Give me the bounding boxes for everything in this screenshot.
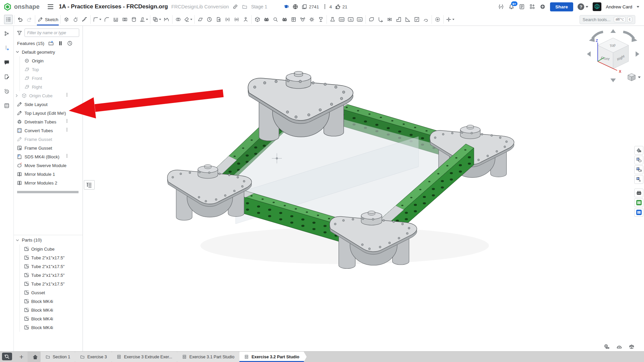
drawings-tool[interactable]: Ds [355, 15, 364, 24]
feature-item[interactable]: Origin [14, 56, 83, 65]
feature-item[interactable]: Top Layout (Edit Me!) [14, 109, 83, 117]
configuration-table-icon[interactable] [634, 156, 643, 164]
graphics-viewport[interactable]: Top Front Right Z X [83, 26, 644, 352]
comments-icon[interactable] [3, 58, 11, 66]
chamfer-tool[interactable] [102, 15, 111, 24]
copies-stat[interactable]: 2741 [301, 4, 319, 10]
rollback-dots-icon[interactable] [65, 154, 69, 158]
mass-properties-icon[interactable] [628, 343, 635, 350]
history-icon[interactable] [3, 87, 11, 95]
feature-item[interactable]: Origin Cube [14, 91, 83, 100]
feature-item[interactable]: Frame Gusset [14, 135, 83, 144]
insert-node-icon[interactable] [3, 44, 11, 52]
feature-item[interactable]: Default geometry [14, 48, 83, 56]
finish-tool[interactable] [412, 15, 421, 24]
custom-feature-robot-1[interactable] [262, 15, 271, 24]
avatar[interactable] [593, 2, 601, 11]
frame-tool[interactable] [298, 15, 307, 24]
rib-tool[interactable] [130, 15, 138, 24]
curve-tool[interactable] [422, 15, 430, 24]
view-options-dropdown[interactable] [628, 73, 641, 81]
tree-horizontal-scrollbar[interactable] [17, 191, 79, 193]
main-menu-icon[interactable] [48, 4, 53, 9]
custom-robot-panel-icon[interactable] [634, 189, 643, 197]
document-tab[interactable]: Section 1 [41, 352, 78, 362]
hole-tool[interactable] [120, 15, 129, 24]
part-item[interactable]: Tube 2"x1"x17.5" [14, 271, 83, 279]
part-item[interactable]: Origin Cube [14, 245, 83, 253]
boolean-tool[interactable] [152, 15, 162, 24]
modify-fillet-tool[interactable] [183, 15, 193, 24]
draft-tool[interactable] [139, 15, 149, 24]
document-tab[interactable]: Exercise 3 Extrude Exer... [112, 352, 180, 362]
task-list-icon[interactable] [519, 4, 525, 10]
tab-search-button[interactable] [2, 353, 12, 360]
sheet-metal-model-tool[interactable]: SM [337, 15, 346, 24]
material-tool[interactable] [289, 15, 298, 24]
undo-button[interactable] [16, 15, 24, 24]
feature-item[interactable]: Top [14, 65, 83, 74]
feature-item[interactable]: Right [14, 83, 83, 91]
search-tools-field[interactable]: Search tools... alt/⌥ c [580, 15, 635, 24]
custom-feature-robot-2[interactable] [280, 15, 289, 24]
manipulator-tool[interactable] [445, 15, 455, 24]
rollback-dots-icon[interactable] [65, 127, 69, 132]
fillet-tool[interactable] [92, 15, 102, 24]
versions-stat[interactable]: 4 [322, 4, 332, 10]
configuration-brace-icon[interactable] [634, 165, 643, 174]
helix-tool[interactable] [205, 15, 214, 24]
user-chevron-down-icon[interactable] [637, 6, 639, 8]
part-item[interactable]: Block MK4i [14, 297, 83, 306]
part-item[interactable]: Block MK4i [14, 323, 83, 332]
feature-item[interactable]: Mirror Module 1 [14, 170, 83, 178]
tab-tool[interactable] [394, 15, 403, 24]
extrude-tool[interactable] [62, 15, 71, 24]
rollback-dots-icon[interactable] [65, 119, 69, 123]
document-tab[interactable]: Exercise 3 [75, 352, 114, 362]
chevron-down-icon[interactable] [15, 50, 20, 54]
suspend-rebuild-icon[interactable] [57, 40, 63, 46]
help-menu[interactable]: ? [578, 3, 588, 10]
part-item[interactable]: Block MK4i [14, 306, 83, 314]
bom-list-icon[interactable] [3, 102, 11, 110]
feature-item[interactable]: Convert Tubes [14, 126, 83, 135]
lasso-tool[interactable] [271, 15, 280, 24]
corner-tool[interactable] [403, 15, 412, 24]
document-tab[interactable]: Exercise 3.1 Part Studio [177, 352, 242, 362]
feature-script-icon[interactable] [498, 4, 504, 10]
feature-item[interactable]: Mirror Modules 2 [14, 178, 83, 187]
protractor-icon[interactable] [615, 343, 623, 350]
insert-derived-tool[interactable] [433, 15, 442, 24]
import-tool[interactable] [214, 15, 223, 24]
part-item[interactable]: Tube 2"x1"x17.5" [14, 253, 83, 262]
feature-item[interactable]: Drivetrain Tubes [14, 117, 83, 126]
feature-item[interactable]: Side Layout [14, 100, 83, 109]
notifications-bell[interactable]: 9+ [508, 4, 514, 10]
sheet-metal-tool[interactable] [367, 15, 376, 24]
chevron-right-icon[interactable] [14, 93, 19, 98]
library-green-panel-icon[interactable] [634, 198, 643, 207]
bend-tool[interactable] [376, 15, 385, 24]
onshape-logo[interactable]: onshape [3, 3, 40, 11]
part-item[interactable]: Tube 2"x1"x17.5" [14, 262, 83, 271]
edit-document-icon[interactable] [3, 73, 11, 81]
panel-collapse-toggle[interactable] [84, 180, 95, 190]
user-name[interactable]: Andrew Card [606, 4, 632, 9]
tape-measure-icon[interactable] [603, 343, 610, 350]
parts-header-row[interactable]: Parts (10) [14, 236, 83, 245]
part-item[interactable]: Tube 2"x1"x17.5" [14, 279, 83, 288]
learning-center-icon[interactable] [283, 4, 289, 10]
new-tab-button[interactable]: + [15, 352, 28, 362]
configuration-variable-icon[interactable] [634, 175, 643, 184]
revolve-tool[interactable] [71, 15, 80, 24]
redo-button[interactable] [25, 15, 34, 24]
view-cube[interactable]: Top Front Right Z X [584, 28, 642, 86]
feature-item[interactable]: Frame Gusset [14, 144, 83, 152]
feature-item[interactable]: Move Swerve Module [14, 161, 83, 170]
flatten-tool[interactable] [385, 15, 394, 24]
split-tool[interactable] [162, 15, 171, 24]
shell-tool[interactable] [111, 15, 120, 24]
feature-item[interactable]: SDS MK4i (Block) [14, 152, 83, 161]
plane-tool[interactable] [196, 15, 205, 24]
share-button[interactable]: Share [550, 2, 574, 11]
